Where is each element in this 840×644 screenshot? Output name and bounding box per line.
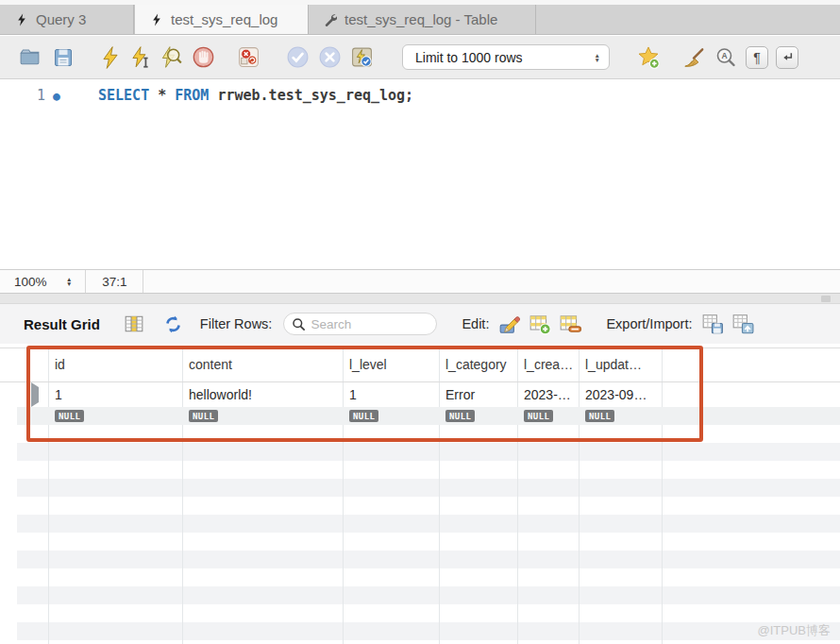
save-button[interactable] bbox=[51, 45, 76, 70]
explain-plan-button[interactable] bbox=[159, 45, 183, 70]
rollback-button[interactable] bbox=[317, 45, 342, 70]
null-badge: NULL bbox=[349, 410, 378, 422]
cell-l-category[interactable]: Error bbox=[439, 382, 517, 407]
tab-test-sys-req-log-table[interactable]: test_sys_req_log - Table bbox=[309, 5, 536, 34]
tab-label: Query 3 bbox=[36, 11, 86, 27]
toggle-stop-on-error-button[interactable] bbox=[236, 45, 260, 70]
pane-splitter[interactable] bbox=[0, 294, 840, 304]
column-header-l-category[interactable]: l_category bbox=[439, 348, 517, 381]
open-file-button[interactable] bbox=[17, 45, 42, 70]
export-recordset-icon[interactable] bbox=[701, 313, 724, 335]
column-header-l-crea[interactable]: l_crea… bbox=[517, 348, 579, 381]
filter-search-box[interactable] bbox=[283, 313, 437, 335]
lightning-icon bbox=[150, 13, 163, 26]
wrench-icon bbox=[324, 13, 337, 26]
cell-l-crea[interactable]: 2023-… bbox=[517, 382, 579, 407]
new-row-placeholder[interactable]: NULL NULL NULL NULL NULL NULL bbox=[17, 407, 840, 425]
export-import-label: Export/Import: bbox=[606, 316, 692, 331]
tab-label: test_sys_req_log - Table bbox=[344, 11, 497, 27]
row-marker-cell bbox=[0, 382, 48, 407]
show-invisibles-button[interactable]: ¶ bbox=[746, 46, 768, 69]
tab-query-3[interactable]: Query 3 bbox=[0, 5, 134, 34]
refresh-icon[interactable] bbox=[162, 313, 185, 335]
execute-query-button[interactable] bbox=[98, 45, 123, 70]
commit-button[interactable] bbox=[285, 45, 310, 70]
grid-empty-rows bbox=[17, 425, 840, 644]
query-toolbar: Limit to 1000 rows ▲▼ A ¶ bbox=[0, 36, 840, 79]
search-icon bbox=[292, 317, 306, 331]
import-records-icon[interactable] bbox=[731, 313, 754, 335]
null-badge: NULL bbox=[55, 410, 84, 422]
tab-label: test_sys_req_log bbox=[171, 11, 277, 27]
line-number: 1 bbox=[0, 87, 45, 104]
filter-rows-label: Filter Rows: bbox=[200, 316, 273, 331]
watermark: @ITPUB博客 bbox=[758, 622, 831, 639]
column-header-content[interactable]: content bbox=[182, 348, 343, 381]
sql-keyword: SELECT bbox=[98, 87, 149, 104]
edit-record-icon[interactable] bbox=[498, 313, 521, 335]
column-header-l-level[interactable]: l_level bbox=[343, 348, 439, 381]
beautify-script-button[interactable] bbox=[681, 45, 706, 70]
current-row-arrow-icon bbox=[31, 382, 39, 407]
result-grid-toolbar: Result Grid Filter Rows: Edit: Export/Im… bbox=[0, 304, 840, 344]
splitter-gripper[interactable] bbox=[821, 296, 831, 302]
stop-query-button[interactable] bbox=[191, 45, 215, 70]
result-grid: id content l_level l_category l_crea… l_… bbox=[0, 344, 840, 644]
table-row[interactable]: 1 helloworld! 1 Error 2023-… 2023-09… bbox=[0, 382, 840, 407]
column-header-l-updat[interactable]: l_updat… bbox=[579, 348, 662, 381]
null-badge: NULL bbox=[445, 410, 475, 422]
lightning-icon bbox=[15, 13, 28, 26]
row-marker-header bbox=[0, 348, 48, 381]
grid-header-row: id content l_level l_category l_crea… l_… bbox=[0, 348, 840, 381]
row-limit-dropdown[interactable]: Limit to 1000 rows ▲▼ bbox=[402, 44, 610, 70]
find-button[interactable]: A bbox=[714, 45, 738, 70]
add-row-icon[interactable] bbox=[529, 313, 551, 335]
editor-status-bar: 100% ▲▼ 37:1 bbox=[0, 269, 840, 294]
toggle-autocommit-button[interactable] bbox=[349, 45, 374, 70]
null-badge: NULL bbox=[189, 410, 218, 422]
divider bbox=[143, 270, 143, 293]
sql-keyword: FROM bbox=[175, 87, 209, 104]
dropdown-stepper-icon: ▲▼ bbox=[595, 53, 600, 62]
mysql-workbench-window: Query 3 test_sys_req_log test_sys_req_lo… bbox=[0, 0, 840, 644]
cursor-position: 37:1 bbox=[86, 275, 143, 289]
column-header-id[interactable]: id bbox=[48, 348, 182, 381]
tab-test-sys-req-log[interactable]: test_sys_req_log bbox=[134, 5, 309, 34]
execute-current-statement-button[interactable] bbox=[128, 45, 153, 70]
wrap-text-button[interactable] bbox=[776, 46, 798, 69]
null-badge: NULL bbox=[585, 410, 614, 422]
sql-editor[interactable]: 1 ● SELECT * FROM rrweb.test_sys_req_log… bbox=[0, 79, 840, 269]
null-badge: NULL bbox=[524, 410, 553, 422]
column-header-filler bbox=[662, 348, 840, 381]
grid-view-icon[interactable] bbox=[123, 313, 145, 335]
row-limit-value: Limit to 1000 rows bbox=[415, 50, 523, 65]
cell-id[interactable]: 1 bbox=[48, 382, 182, 407]
save-snippet-button[interactable] bbox=[636, 45, 661, 70]
edit-label: Edit: bbox=[462, 316, 489, 331]
result-grid-title: Result Grid bbox=[24, 316, 100, 332]
search-input[interactable] bbox=[311, 317, 419, 331]
cell-l-level[interactable]: 1 bbox=[343, 382, 439, 407]
delete-row-icon[interactable] bbox=[559, 313, 581, 335]
cell-content[interactable]: helloworld! bbox=[182, 382, 343, 407]
sql-statement: SELECT * FROM rrweb.test_sys_req_log; bbox=[98, 87, 413, 104]
sql-code-line: 1 ● SELECT * FROM rrweb.test_sys_req_log… bbox=[0, 85, 840, 106]
statement-marker-dot: ● bbox=[53, 89, 66, 103]
svg-text:A: A bbox=[721, 51, 727, 60]
editor-tab-bar: Query 3 test_sys_req_log test_sys_req_lo… bbox=[0, 5, 840, 35]
zoom-stepper[interactable]: ▲▼ bbox=[66, 277, 72, 286]
zoom-level: 100% bbox=[0, 275, 66, 289]
cell-l-updat[interactable]: 2023-09… bbox=[579, 382, 662, 407]
